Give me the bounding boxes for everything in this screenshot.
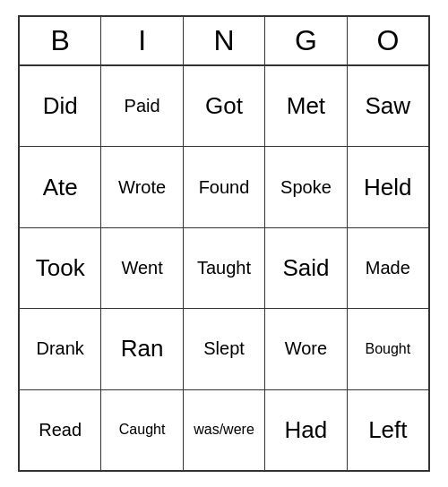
header-letter-n: N [184, 17, 265, 66]
bingo-cell-4-3: Had [265, 390, 347, 470]
bingo-cell-3-2: Slept [184, 309, 265, 389]
bingo-cell-2-2: Taught [184, 228, 265, 308]
bingo-cell-2-1: Went [101, 228, 183, 308]
bingo-cell-0-2: Got [184, 66, 265, 146]
bingo-cell-1-2: Found [184, 147, 265, 226]
bingo-cell-3-4: Bought [348, 309, 428, 389]
bingo-row-1: AteWroteFoundSpokeHeld [20, 147, 428, 227]
bingo-cell-2-0: Took [20, 228, 101, 308]
bingo-cell-0-0: Did [20, 66, 101, 146]
bingo-row-2: TookWentTaughtSaidMade [20, 228, 428, 309]
bingo-body: DidPaidGotMetSawAteWroteFoundSpokeHeldTo… [20, 66, 428, 470]
bingo-header: BINGO [20, 17, 428, 66]
bingo-cell-2-3: Said [265, 228, 347, 308]
bingo-cell-1-4: Held [348, 147, 428, 226]
bingo-cell-3-1: Ran [101, 309, 183, 389]
header-letter-b: B [20, 17, 101, 66]
bingo-cell-1-1: Wrote [101, 147, 183, 226]
header-letter-o: O [348, 17, 428, 66]
bingo-cell-2-4: Made [348, 228, 428, 308]
bingo-cell-4-0: Read [20, 390, 101, 470]
bingo-cell-0-4: Saw [348, 66, 428, 146]
bingo-row-3: DrankRanSleptWoreBought [20, 309, 428, 389]
bingo-cell-1-3: Spoke [265, 147, 347, 226]
bingo-cell-0-3: Met [265, 66, 347, 146]
bingo-cell-0-1: Paid [101, 66, 183, 146]
bingo-cell-1-0: Ate [20, 147, 101, 226]
header-letter-g: G [265, 17, 347, 66]
bingo-cell-3-3: Wore [265, 309, 347, 389]
bingo-cell-4-1: Caught [101, 390, 183, 470]
bingo-cell-4-4: Left [348, 390, 428, 470]
header-letter-i: I [101, 17, 183, 66]
bingo-cell-4-2: was/were [184, 390, 265, 470]
bingo-card: BINGO DidPaidGotMetSawAteWroteFoundSpoke… [18, 15, 430, 472]
bingo-cell-3-0: Drank [20, 309, 101, 389]
bingo-row-4: ReadCaughtwas/wereHadLeft [20, 390, 428, 470]
bingo-row-0: DidPaidGotMetSaw [20, 66, 428, 147]
